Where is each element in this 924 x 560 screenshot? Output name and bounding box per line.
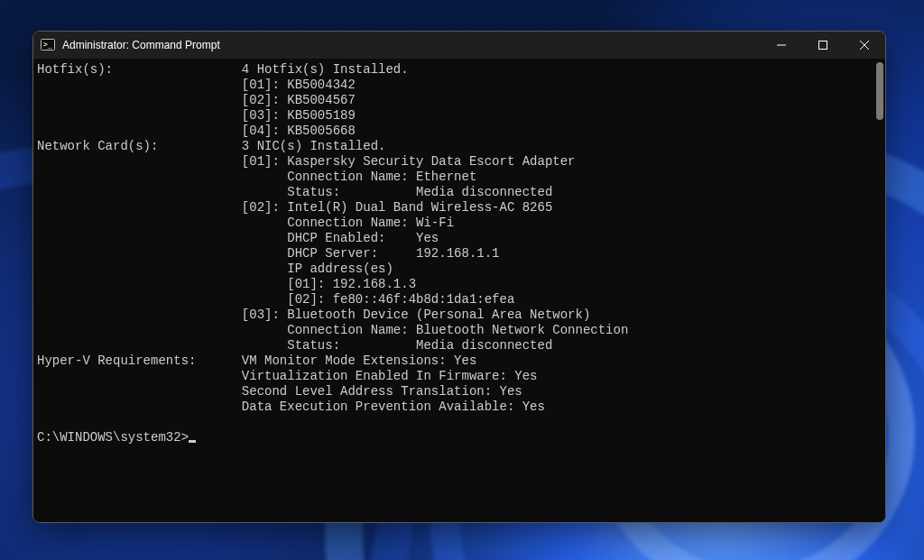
terminal-line: IP address(es) — [37, 262, 882, 277]
cursor — [189, 440, 196, 443]
terminal-line: C:\WINDOWS\system32> — [37, 430, 882, 445]
terminal-line: [02]: KB5004567 — [37, 93, 882, 108]
terminal-line: Connection Name: Bluetooth Network Conne… — [37, 323, 882, 338]
scrollbar-thumb[interactable] — [876, 62, 883, 120]
svg-text:>_: >_ — [43, 41, 52, 49]
terminal-line: Virtualization Enabled In Firmware: Yes — [37, 369, 882, 384]
minimize-button[interactable] — [761, 32, 802, 59]
terminal-line: Hotfix(s): 4 Hotfix(s) Installed. — [37, 62, 882, 78]
terminal-line — [37, 415, 882, 430]
terminal-line: Network Card(s): 3 NIC(s) Installed. — [37, 139, 882, 154]
maximize-button[interactable] — [802, 32, 844, 59]
terminal-line: [01]: Kaspersky Security Data Escort Ada… — [37, 154, 882, 170]
command-prompt-window: >_ Administrator: Command Prompt Hotfix(… — [32, 31, 886, 523]
terminal-line: [01]: 192.168.1.3 — [37, 277, 882, 292]
titlebar[interactable]: >_ Administrator: Command Prompt — [33, 32, 885, 59]
window-title: Administrator: Command Prompt — [62, 39, 220, 51]
terminal-line: Hyper-V Requirements: VM Monitor Mode Ex… — [37, 353, 882, 369]
terminal-line: [02]: fe80::46f:4b8d:1da1:efea — [37, 292, 882, 308]
cmd-icon: >_ — [41, 38, 55, 52]
terminal-line: Data Execution Prevention Available: Yes — [37, 399, 882, 415]
terminal-line: [03]: KB5005189 — [37, 108, 882, 124]
terminal-line: Second Level Address Translation: Yes — [37, 384, 882, 399]
terminal-line: Status: Media disconnected — [37, 338, 882, 353]
terminal-line: Connection Name: Wi-Fi — [37, 216, 882, 231]
terminal-line: DHCP Enabled: Yes — [37, 231, 882, 246]
terminal-line: Status: Media disconnected — [37, 185, 882, 200]
terminal-line: [01]: KB5004342 — [37, 78, 882, 93]
terminal-line: [02]: Intel(R) Dual Band Wireless-AC 826… — [37, 200, 882, 216]
terminal-line: Connection Name: Ethernet — [37, 170, 882, 185]
terminal-line: DHCP Server: 192.168.1.1 — [37, 246, 882, 262]
terminal-output[interactable]: Hotfix(s): 4 Hotfix(s) Installed. [01]: … — [33, 59, 885, 522]
terminal-line: [04]: KB5005668 — [37, 124, 882, 139]
close-button[interactable] — [844, 32, 885, 59]
svg-rect-3 — [819, 41, 827, 50]
terminal-line: [03]: Bluetooth Device (Personal Area Ne… — [37, 308, 882, 323]
